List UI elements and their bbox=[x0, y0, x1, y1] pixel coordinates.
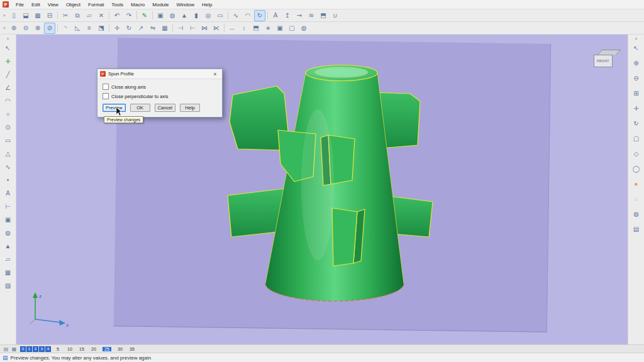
menu-edit[interactable]: Edit bbox=[28, 0, 44, 9]
array-icon[interactable]: ▦ bbox=[159, 23, 170, 34]
menu-macro[interactable]: Macro bbox=[127, 0, 148, 9]
pointer-icon[interactable]: ↖ bbox=[631, 43, 642, 54]
open-file-icon[interactable]: ⬓ bbox=[20, 10, 31, 21]
solid-cylinder-icon[interactable]: ▮ bbox=[191, 10, 202, 21]
layer-cell[interactable]: 0 bbox=[20, 346, 26, 352]
ellipse-tool-icon[interactable]: ⊙ bbox=[3, 122, 14, 133]
orbit-tool-icon[interactable]: ✛ bbox=[3, 56, 14, 67]
sketch-pen-icon[interactable]: ✎ bbox=[139, 10, 150, 21]
zoom-window-icon[interactable]: ⊞ bbox=[631, 88, 642, 99]
redo-icon[interactable]: ↷ bbox=[123, 10, 135, 21]
layer-tick[interactable]: 20 bbox=[91, 347, 97, 351]
rectangle-tool-icon[interactable]: ▭ bbox=[3, 135, 14, 146]
scale-icon[interactable]: ↗ bbox=[135, 23, 147, 34]
cone-tool-icon[interactable]: ▲ bbox=[3, 241, 14, 252]
close-perpendicular-checkbox[interactable] bbox=[103, 93, 109, 99]
solid-cone-icon[interactable]: ▲ bbox=[179, 10, 190, 21]
offset-icon[interactable]: ≡ bbox=[84, 23, 95, 34]
text-tool-icon[interactable]: A bbox=[3, 188, 14, 199]
dock-close-icon[interactable]: × bbox=[5, 36, 11, 41]
wireframe-icon[interactable]: ◌ bbox=[631, 194, 642, 205]
loft-icon[interactable]: ≋ bbox=[306, 10, 317, 21]
delete-icon[interactable]: ✕ bbox=[96, 10, 107, 21]
layer-tick[interactable]: 35 bbox=[129, 347, 135, 351]
boolean-intersect-icon[interactable]: ⊗ bbox=[32, 23, 43, 34]
model-3d[interactable] bbox=[223, 53, 447, 317]
arc-tool-icon[interactable]: ◠ bbox=[242, 10, 253, 21]
hidden-line-icon[interactable]: ◯ bbox=[631, 163, 642, 175]
rotate-icon[interactable]: ↻ bbox=[123, 23, 135, 34]
extend-icon[interactable]: ⊢ bbox=[187, 23, 198, 34]
view-front-icon[interactable]: ▢ bbox=[631, 133, 642, 145]
view-cube-front-face[interactable]: FRONT bbox=[594, 55, 613, 67]
layer-tick[interactable]: 25 bbox=[103, 347, 111, 351]
menu-view[interactable]: View bbox=[44, 0, 62, 9]
solid-sphere-icon[interactable]: ◍ bbox=[167, 10, 178, 21]
profile-curve-icon[interactable]: ∿ bbox=[230, 10, 242, 21]
close-icon[interactable]: × bbox=[211, 70, 219, 79]
extrude-icon[interactable]: ↥ bbox=[282, 10, 293, 21]
fillet-icon[interactable]: ◝ bbox=[60, 23, 71, 34]
render-icon[interactable]: ◍ bbox=[298, 23, 309, 34]
layer-tick[interactable]: 5 bbox=[55, 347, 61, 351]
thicken-icon[interactable]: ⬔ bbox=[96, 23, 107, 34]
mesh-tool-icon[interactable]: ▦ bbox=[3, 267, 14, 278]
shaded-view-icon[interactable]: ● bbox=[631, 178, 642, 190]
new-file-icon[interactable]: ▯ bbox=[8, 10, 19, 21]
solid-torus-icon[interactable]: ◎ bbox=[203, 10, 214, 21]
dialog-titlebar[interactable]: P Spun Profile × bbox=[97, 69, 222, 79]
zoom-out-icon[interactable]: ⊖ bbox=[631, 73, 642, 84]
viewport-canvas[interactable]: FRONT z x P Spun Profile × Close along a… bbox=[16, 35, 628, 344]
dimension-icon[interactable]: ↕ bbox=[238, 23, 250, 34]
pan-icon[interactable]: ✛ bbox=[631, 103, 642, 114]
move-icon[interactable]: ✛ bbox=[111, 23, 123, 34]
polygon-tool-icon[interactable]: △ bbox=[3, 148, 14, 160]
close-along-axis-checkbox[interactable] bbox=[103, 84, 109, 90]
select-arrow-icon[interactable]: ↖ bbox=[3, 43, 14, 54]
dock-close-icon[interactable]: × bbox=[633, 36, 640, 41]
grid-toggle-icon[interactable]: ▦ bbox=[11, 346, 18, 352]
paste-icon[interactable]: ▱ bbox=[84, 10, 95, 21]
dock-close-icon[interactable]: × bbox=[1, 13, 8, 18]
chamfer-icon[interactable]: ◺ bbox=[72, 23, 83, 34]
circle-tool-icon[interactable]: ○ bbox=[3, 109, 14, 120]
line-tool-icon[interactable]: ╱ bbox=[3, 69, 14, 80]
dock-close-icon[interactable]: × bbox=[1, 26, 8, 30]
layer-cell[interactable]: 2 bbox=[33, 346, 38, 352]
boolean-subtract-icon[interactable]: ⊖ bbox=[20, 23, 31, 34]
trim-icon[interactable]: ⊣ bbox=[175, 23, 186, 34]
layer-cell[interactable]: 4 bbox=[45, 346, 51, 352]
zoom-in-icon[interactable]: ⊕ bbox=[631, 58, 642, 69]
boolean-split-icon[interactable]: ⊘ bbox=[44, 23, 55, 34]
menu-object[interactable]: Object bbox=[62, 0, 84, 9]
solid-box-icon[interactable]: ▣ bbox=[155, 10, 166, 21]
layer-cell[interactable]: 3 bbox=[39, 346, 45, 352]
hatch-tool-icon[interactable]: ▨ bbox=[3, 280, 14, 292]
copy-icon[interactable]: ⧉ bbox=[72, 10, 83, 21]
menu-help[interactable]: Help bbox=[198, 0, 216, 9]
text-tool-icon[interactable]: A bbox=[270, 10, 281, 21]
spline-tool-icon[interactable]: ∿ bbox=[3, 162, 14, 173]
view-iso-icon[interactable]: ◇ bbox=[631, 148, 642, 160]
view-cube[interactable]: FRONT bbox=[594, 50, 616, 67]
section-icon[interactable]: ⬒ bbox=[250, 23, 262, 34]
surface-tool-icon[interactable]: ▱ bbox=[3, 254, 14, 265]
layer-tick[interactable]: 10 bbox=[67, 347, 73, 351]
polyline-tool-icon[interactable]: ∠ bbox=[3, 82, 14, 94]
display-settings-icon[interactable]: ▤ bbox=[631, 224, 642, 235]
layer-tick[interactable]: 30 bbox=[117, 347, 123, 351]
ok-button[interactable]: OK bbox=[130, 104, 150, 112]
print-icon[interactable]: ⊟ bbox=[44, 10, 55, 21]
menu-tools[interactable]: Tools bbox=[108, 0, 127, 9]
measure-icon[interactable]: ↔ bbox=[226, 23, 238, 34]
ungroup-icon[interactable]: ▢ bbox=[286, 23, 297, 34]
shell-icon[interactable]: ⬒ bbox=[318, 10, 329, 21]
save-icon[interactable]: ▦ bbox=[32, 10, 43, 21]
menu-window[interactable]: Window bbox=[173, 0, 198, 9]
group-icon[interactable]: ▣ bbox=[274, 23, 286, 34]
point-tool-icon[interactable]: • bbox=[3, 175, 14, 186]
sphere-tool-icon[interactable]: ◍ bbox=[3, 228, 14, 239]
cut-icon[interactable]: ✂ bbox=[60, 10, 71, 21]
spun-profile-tool-icon[interactable]: ↻ bbox=[254, 10, 265, 21]
boolean-union-icon[interactable]: ⊕ bbox=[8, 23, 19, 34]
